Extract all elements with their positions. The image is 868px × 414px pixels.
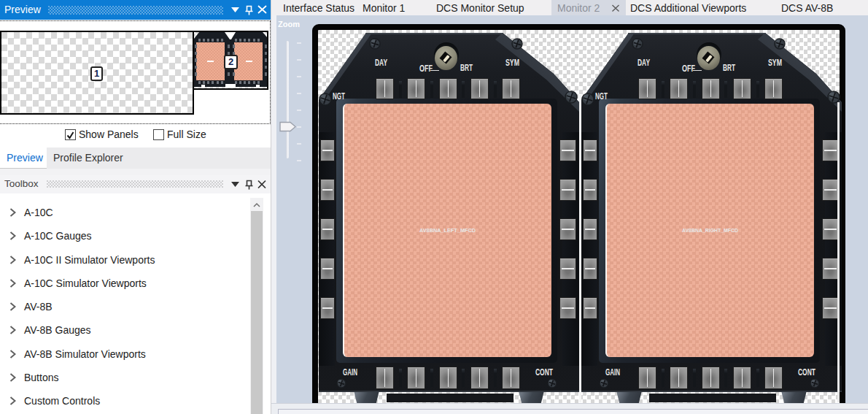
svg-text:NGT: NGT [333, 91, 345, 101]
svg-text:AV8BNA_LEFT_MFCD: AV8BNA_LEFT_MFCD [419, 227, 476, 234]
svg-text:SYM: SYM [505, 57, 519, 68]
svg-text:BRT: BRT [460, 62, 473, 73]
svg-text:GAIN: GAIN [605, 367, 620, 377]
svg-text:GAIN: GAIN [343, 367, 357, 377]
svg-text:OFF: OFF [419, 63, 433, 74]
svg-text:NGT: NGT [595, 91, 608, 101]
svg-text:DAY: DAY [375, 57, 387, 68]
svg-text:CONT: CONT [535, 367, 553, 377]
svg-text:AV8BNA_RIGHT_MFCD: AV8BNA_RIGHT_MFCD [682, 227, 738, 234]
svg-text:OFF: OFF [682, 63, 695, 74]
svg-text:SYM: SYM [768, 57, 782, 68]
svg-text:DAY: DAY [638, 57, 650, 68]
svg-text:BRT: BRT [723, 62, 735, 73]
svg-text:CONT: CONT [798, 367, 815, 377]
